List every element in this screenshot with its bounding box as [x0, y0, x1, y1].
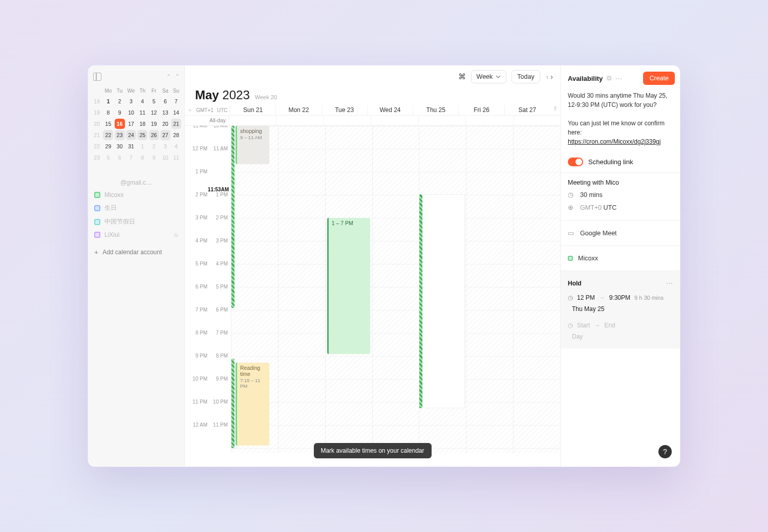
hold-more-icon[interactable]: ⋯	[666, 279, 673, 287]
mini-cal-day[interactable]: 28	[171, 129, 181, 141]
mini-cal-day[interactable]: 8	[137, 152, 148, 163]
mini-cal-day[interactable]: 30	[114, 141, 125, 152]
mini-cal-day[interactable]: 4	[137, 96, 148, 107]
mini-cal-day[interactable]: 12	[148, 107, 159, 118]
toggle-sidebar-icon[interactable]	[93, 73, 101, 81]
mini-cal-day[interactable]: 3	[125, 96, 137, 107]
share-icon[interactable]: ⇪	[550, 105, 560, 115]
mini-cal-day[interactable]: 7	[125, 152, 137, 163]
mini-cal-day[interactable]: 23	[114, 129, 125, 141]
conference-row[interactable]: ▭ Google Meet	[568, 227, 673, 239]
day-col-sun[interactable]: shopping 9 – 11 AM Reading time 7:15 – 1…	[231, 126, 278, 453]
mini-cal-day[interactable]: 2	[114, 96, 125, 107]
mini-cal-day[interactable]: 10	[160, 152, 171, 163]
calendar-grid[interactable]: 11 AM12 PM1 PM2 PM3 PM4 PM5 PM6 PM7 PM8 …	[185, 126, 560, 467]
help-button[interactable]: ?	[658, 445, 672, 458]
scheduling-link[interactable]: https://cron.com/Micoxx/dg2j339gj	[568, 138, 660, 145]
mini-cal-day[interactable]: 11	[171, 152, 181, 163]
add-account-button[interactable]: Add calendar account	[91, 244, 181, 260]
command-icon[interactable]: ⌘	[458, 72, 466, 81]
mini-cal-day[interactable]: 11	[137, 107, 148, 118]
copy-icon[interactable]: ⧉	[607, 74, 611, 82]
mini-cal-prev-icon[interactable]: ˄	[167, 73, 170, 81]
mini-cal-day[interactable]: 2	[148, 141, 159, 152]
tz-left-label[interactable]: GMT+1	[195, 105, 215, 115]
duration-row[interactable]: ◷ 30 mins	[568, 188, 673, 201]
calendar-item[interactable]: Micoxx	[91, 189, 181, 201]
prev-week-icon[interactable]: ‹	[546, 73, 549, 81]
event-reading[interactable]: Reading time 7:15 – 11 PM	[236, 363, 269, 446]
mini-cal-day[interactable]: 27	[160, 129, 171, 141]
mini-cal-next-icon[interactable]: ˅	[176, 73, 179, 81]
mini-cal-day[interactable]: 1	[137, 141, 148, 152]
hold-time-row[interactable]: ◷ 12 PM → 9:30PM 9 h 30 mins	[568, 292, 673, 303]
hold-placeholder-day[interactable]: Day	[568, 331, 673, 342]
day-header[interactable]: Sat 27	[504, 105, 550, 115]
mini-cal-day[interactable]: 6	[160, 96, 171, 107]
mini-cal-day[interactable]: 7	[171, 96, 181, 107]
mini-cal-day[interactable]: 4	[171, 141, 181, 152]
account-primary[interactable]: @gmail.c…	[91, 172, 181, 189]
mini-cal-day[interactable]: 10	[125, 107, 137, 118]
more-icon[interactable]: ⋯	[615, 75, 622, 82]
timezone-row[interactable]: ⊕ GMT+0 UTC	[568, 201, 673, 214]
mini-cal-day[interactable]: 22	[102, 129, 114, 141]
day-header[interactable]: Thu 25	[413, 105, 458, 115]
view-switcher[interactable]: Week	[471, 70, 507, 83]
mini-calendar[interactable]: MoTuWeThFrSaSu18123456719891011121314201…	[91, 86, 181, 163]
mini-cal-day[interactable]: 5	[102, 152, 114, 163]
day-header[interactable]: Fri 26	[458, 105, 504, 115]
mini-cal-day[interactable]: 18	[137, 118, 148, 129]
calendar-item[interactable]: 中国节假日	[91, 215, 181, 229]
day-header[interactable]: Sun 21	[230, 105, 275, 115]
meeting-title[interactable]: Meeting with Mico	[568, 179, 673, 186]
day-col-fri[interactable]	[466, 126, 513, 453]
mini-cal-day[interactable]: 20	[160, 118, 171, 129]
mini-cal-day[interactable]: 15	[102, 118, 114, 129]
hidden-icon[interactable]: ⦸	[174, 231, 178, 238]
add-tz-icon[interactable]: +	[185, 105, 195, 115]
tz-right-label[interactable]: UTC	[215, 105, 230, 115]
day-col-tue[interactable]: 1 – 7 PM	[325, 126, 372, 453]
mini-cal-day[interactable]: 24	[125, 129, 137, 141]
event-tue[interactable]: 1 – 7 PM	[327, 218, 370, 354]
mini-cal-day[interactable]: 6	[114, 152, 125, 163]
mini-cal-day[interactable]: 17	[125, 118, 137, 129]
day-col-sat[interactable]	[513, 126, 560, 453]
arrow-right-icon: →	[599, 294, 605, 301]
mini-cal-day[interactable]: 19	[148, 118, 159, 129]
hold-slot[interactable]	[423, 194, 465, 408]
confirm-text: You can just let me know or confirm here…	[568, 120, 665, 136]
today-button[interactable]: Today	[511, 70, 540, 83]
next-week-icon[interactable]: ›	[550, 73, 553, 81]
mini-cal-day[interactable]: 29	[102, 141, 114, 152]
event-shopping[interactable]: shopping 9 – 11 AM	[236, 126, 269, 164]
day-header[interactable]: Wed 24	[367, 105, 413, 115]
mini-cal-day[interactable]: 3	[160, 141, 171, 152]
mini-cal-day[interactable]: 13	[160, 107, 171, 118]
day-col-thu[interactable]	[419, 126, 466, 453]
hold-day-row[interactable]: Thu May 25	[568, 303, 673, 315]
mini-cal-day[interactable]: 5	[148, 96, 159, 107]
mini-cal-day[interactable]: 21	[171, 118, 181, 129]
mini-cal-day[interactable]: 9	[148, 152, 159, 163]
mini-cal-day[interactable]: 25	[137, 129, 148, 141]
scheduling-link-toggle[interactable]	[568, 158, 583, 166]
mini-cal-day[interactable]: 31	[125, 141, 137, 152]
hold-placeholder-time[interactable]: ◷ Start → End	[568, 320, 673, 331]
day-col-mon[interactable]	[278, 126, 325, 453]
calendar-row[interactable]: Micoxx	[568, 252, 673, 264]
mini-cal-day[interactable]: 16	[114, 118, 125, 129]
day-col-wed[interactable]	[372, 126, 419, 453]
mini-cal-day[interactable]: 14	[171, 107, 181, 118]
day-header[interactable]: Tue 23	[322, 105, 367, 115]
mini-cal-day[interactable]: 9	[114, 107, 125, 118]
calendar-item[interactable]: 生日	[91, 201, 181, 215]
calendar-name: 生日	[104, 204, 117, 212]
mini-cal-day[interactable]: 1	[102, 96, 114, 107]
create-button[interactable]: Create	[643, 72, 675, 85]
day-header[interactable]: Mon 22	[275, 105, 321, 115]
mini-cal-day[interactable]: 8	[102, 107, 114, 118]
mini-cal-day[interactable]: 26	[148, 129, 159, 141]
calendar-item[interactable]: LiXiui⦸	[91, 229, 181, 241]
